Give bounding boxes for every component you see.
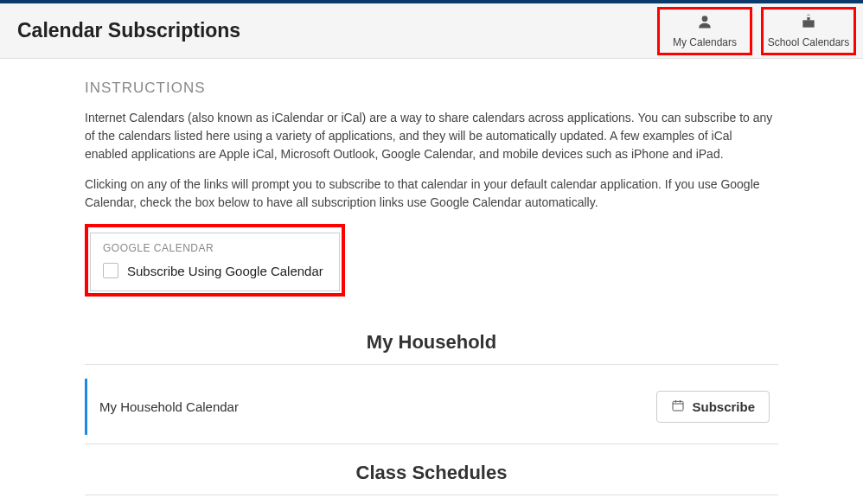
svg-rect-1 <box>802 20 814 27</box>
google-subscribe-row: Subscribe Using Google Calendar <box>103 263 323 278</box>
google-calendar-label: GOOGLE CALENDAR <box>103 242 323 254</box>
section-title-class-schedules: Class Schedules <box>85 462 778 484</box>
person-icon <box>696 13 713 33</box>
nav-my-calendars-label: My Calendars <box>673 36 737 48</box>
section-title-household: My Household <box>85 331 778 354</box>
google-subscribe-checkbox[interactable] <box>103 263 118 278</box>
svg-rect-2 <box>807 17 809 20</box>
calendar-icon <box>671 399 685 415</box>
google-calendar-box: GOOGLE CALENDAR Subscribe Using Google C… <box>90 233 340 291</box>
divider <box>85 364 778 365</box>
school-icon <box>800 13 817 33</box>
instructions-paragraph-2: Clicking on any of the links will prompt… <box>85 175 778 212</box>
svg-point-0 <box>702 16 708 22</box>
subscribe-button[interactable]: Subscribe <box>656 391 770 423</box>
subscribe-button-label: Subscribe <box>692 399 755 414</box>
calendar-name: My Household Calendar <box>99 399 239 414</box>
calendar-row-household: My Household Calendar Subscribe <box>85 379 778 435</box>
divider <box>85 443 778 444</box>
instructions-paragraph-1: Internet Calendars (also known as iCalen… <box>85 109 778 163</box>
google-calendar-highlight: GOOGLE CALENDAR Subscribe Using Google C… <box>85 224 345 297</box>
page-title: Calendar Subscriptions <box>17 19 240 42</box>
google-subscribe-checkbox-label: Subscribe Using Google Calendar <box>127 264 323 278</box>
nav-school-calendars[interactable]: School Calendars <box>761 7 856 55</box>
svg-rect-3 <box>673 401 683 411</box>
instructions-heading: INSTRUCTIONS <box>85 80 778 97</box>
divider <box>85 494 778 495</box>
header-nav: My Calendars School Calendars <box>657 7 863 55</box>
page-header: Calendar Subscriptions My Calendars Scho… <box>0 3 863 59</box>
nav-my-calendars[interactable]: My Calendars <box>657 7 752 55</box>
nav-school-calendars-label: School Calendars <box>768 36 850 48</box>
main-content: INSTRUCTIONS Internet Calendars (also kn… <box>0 59 863 504</box>
